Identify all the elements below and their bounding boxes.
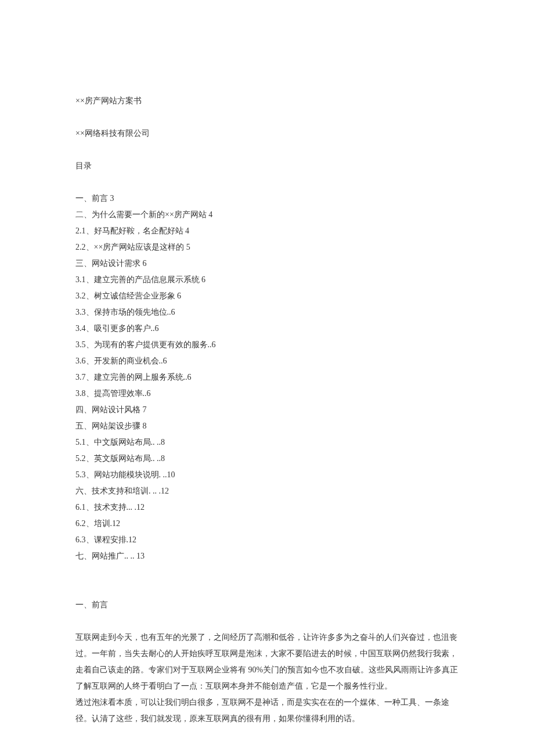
toc-item: 3.4、吸引更多的客户..6 bbox=[75, 321, 459, 337]
toc-item: 一、前言 3 bbox=[75, 190, 459, 207]
toc-heading: 目录 bbox=[75, 158, 459, 174]
company-name: ××网络科技有限公司 bbox=[75, 125, 459, 142]
toc-item: 5.3、网站功能模块说明. ..10 bbox=[75, 467, 459, 483]
toc-item: 6.1、技术支持... .12 bbox=[75, 499, 459, 516]
toc-item: 2.2、××房产网站应该是这样的 5 bbox=[75, 239, 459, 255]
toc-item: 5.1、中文版网站布局.. ..8 bbox=[75, 434, 459, 451]
toc-item: 七、网站推广.. .. 13 bbox=[75, 548, 459, 564]
toc-item: 3.1、建立完善的产品信息展示系统 6 bbox=[75, 272, 459, 288]
paragraph: 透过泡沫看本质，可以让我们明白很多，互联网不是神话，而是实实在在的一个媒体、一种… bbox=[75, 694, 459, 727]
toc-item: 3.6、开发新的商业机会..6 bbox=[75, 353, 459, 369]
toc-item: 6.3、课程安排.12 bbox=[75, 532, 459, 548]
toc-item: 6.2、培训.12 bbox=[75, 516, 459, 532]
toc-item: 四、网站设计风格 7 bbox=[75, 402, 459, 418]
document-title: ××房产网站方案书 bbox=[75, 93, 459, 109]
toc-item: 5.2、英文版网站布局.. ..8 bbox=[75, 451, 459, 467]
toc-item: 3.8、提高管理效率..6 bbox=[75, 386, 459, 402]
toc-item: 3.5、为现有的客户提供更有效的服务..6 bbox=[75, 337, 459, 353]
toc-item: 五、网站架设步骤 8 bbox=[75, 418, 459, 434]
toc-item: 3.2、树立诚信经营企业形象 6 bbox=[75, 288, 459, 304]
toc-item: 六、技术支持和培训. .. .12 bbox=[75, 483, 459, 499]
toc-item: 3.7、建立完善的网上服务系统..6 bbox=[75, 369, 459, 386]
paragraph: 互联网走到今天，也有五年的光景了，之间经历了高潮和低谷，让许许多多为之奋斗的人们… bbox=[75, 629, 459, 694]
toc-item: 三、网站设计需求 6 bbox=[75, 255, 459, 272]
toc-item: 3.3、保持市场的领先地位..6 bbox=[75, 304, 459, 321]
section-heading: 一、前言 bbox=[75, 597, 459, 613]
toc-item: 2.1、好马配好鞍，名企配好站 4 bbox=[75, 223, 459, 239]
toc-item: 二、为什么需要一个新的××房产网站 4 bbox=[75, 207, 459, 223]
